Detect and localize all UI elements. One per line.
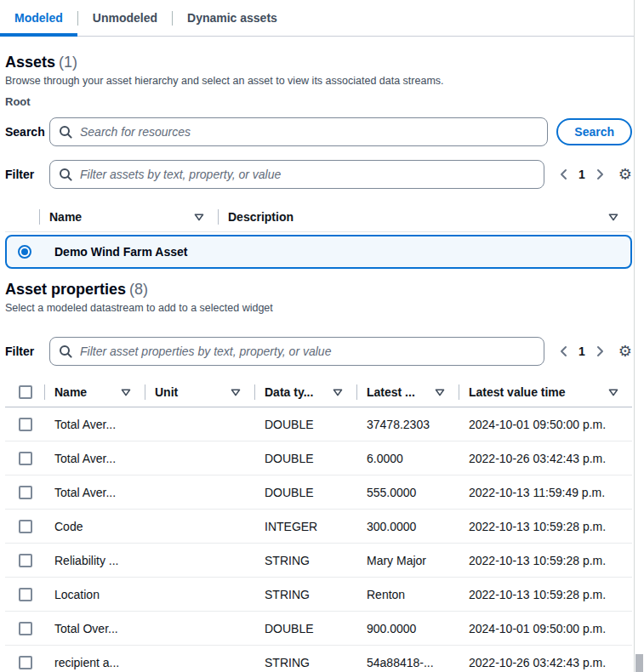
properties-preferences-button[interactable]: ⚙ xyxy=(612,343,632,360)
properties-title-text: Asset properties xyxy=(5,281,126,298)
vertical-scrollbar[interactable] xyxy=(634,0,644,672)
asset-radio-selected[interactable] xyxy=(18,245,31,259)
assets-pagination: 1 ⚙ xyxy=(555,165,632,184)
cell-data-type: STRING xyxy=(254,656,356,669)
assets-column-header-description[interactable]: Description xyxy=(218,202,632,231)
caret-down-icon xyxy=(435,389,445,396)
gear-icon: ⚙ xyxy=(618,343,632,360)
properties-count: (8) xyxy=(129,281,148,298)
column-header-name[interactable]: Name xyxy=(44,378,145,407)
column-header-latest-value-time[interactable]: Latest value time xyxy=(459,378,632,407)
row-checkbox[interactable] xyxy=(19,554,32,567)
cell-name: Total Over... xyxy=(44,622,145,635)
root-breadcrumb[interactable]: Root xyxy=(5,95,632,109)
column-header-data-type[interactable]: Data ty... xyxy=(254,378,356,407)
cell-latest-value-time: 2024-10-01 09:50:00 p.m. xyxy=(459,418,632,431)
properties-filter-row: Filter 1 ⚙ xyxy=(5,337,632,366)
main-content: Assets(1) Browse through your asset hier… xyxy=(0,52,644,672)
search-icon xyxy=(59,345,72,358)
tab-dynamic-assets-label: Dynamic assets xyxy=(187,11,277,25)
assets-count: (1) xyxy=(59,54,77,71)
caret-down-icon xyxy=(231,389,241,396)
asset-row-selected[interactable]: Demo Wind Farm Asset xyxy=(5,235,632,269)
tab-modeled[interactable]: Modeled xyxy=(0,0,77,36)
properties-filter-input-wrapper xyxy=(49,337,544,366)
assets-prev-page-button[interactable] xyxy=(555,165,572,184)
search-button[interactable]: Search xyxy=(556,118,632,145)
table-row: recipient a... STRING 54a88418-... 2022-… xyxy=(5,646,632,672)
assets-column-header-name[interactable]: Name xyxy=(39,202,218,231)
assets-page-number: 1 xyxy=(574,168,590,181)
cell-name: Total Aver... xyxy=(44,486,145,499)
tab-dynamic-assets[interactable]: Dynamic assets xyxy=(173,0,292,36)
properties-prev-page-button[interactable] xyxy=(555,342,572,361)
properties-filter-input[interactable] xyxy=(78,344,535,359)
select-all-checkbox[interactable] xyxy=(19,385,32,399)
properties-table-header: Name Unit Data ty... Latest ... Latest v… xyxy=(5,378,632,407)
properties-page-number: 1 xyxy=(574,345,590,358)
assets-filter-label: Filter xyxy=(5,168,49,181)
caret-down-icon xyxy=(194,214,204,221)
cell-latest-value-time: 2022-10-13 10:59:28 p.m. xyxy=(459,554,632,567)
row-checkbox[interactable] xyxy=(19,520,32,533)
properties-next-page-button[interactable] xyxy=(592,342,609,361)
column-header-latest-value[interactable]: Latest ... xyxy=(356,378,459,407)
cell-latest-value: 37478.2303 xyxy=(356,418,459,431)
chevron-left-icon xyxy=(559,168,567,180)
cell-data-type: DOUBLE xyxy=(254,622,356,635)
row-checkbox[interactable] xyxy=(19,622,32,635)
cell-name: Code xyxy=(44,520,145,533)
cell-name: Location xyxy=(44,588,145,601)
cell-name: recipient a... xyxy=(44,656,145,669)
cell-latest-value-time: 2024-10-01 09:50:00 p.m. xyxy=(459,622,632,635)
properties-pagination: 1 ⚙ xyxy=(555,342,632,361)
column-name-label: Name xyxy=(54,385,87,399)
assets-preferences-button[interactable]: ⚙ xyxy=(612,166,632,183)
assets-search-row: Search Search xyxy=(5,117,632,146)
caret-down-icon xyxy=(608,214,618,221)
cell-latest-value-time: 2022-10-26 03:42:43 p.m. xyxy=(459,656,632,669)
caret-down-icon xyxy=(121,389,131,396)
scrollbar-thumb[interactable] xyxy=(635,654,643,672)
cell-name: Total Aver... xyxy=(44,418,145,431)
cell-name: Total Aver... xyxy=(44,452,145,465)
asset-row-name: Demo Wind Farm Asset xyxy=(54,245,188,259)
caret-down-icon xyxy=(333,389,343,396)
row-checkbox[interactable] xyxy=(19,418,32,431)
properties-section-title: Asset properties(8) xyxy=(5,279,632,299)
column-unit-label: Unit xyxy=(155,385,178,399)
cell-data-type: DOUBLE xyxy=(254,452,356,465)
row-checkbox[interactable] xyxy=(19,588,32,601)
search-icon xyxy=(59,168,72,181)
column-header-unit[interactable]: Unit xyxy=(145,378,254,407)
row-checkbox[interactable] xyxy=(19,452,32,465)
tab-unmodeled[interactable]: Unmodeled xyxy=(78,0,172,36)
table-row: Total Aver... DOUBLE 37478.2303 2024-10-… xyxy=(5,407,632,441)
cell-latest-value-time: 2022-10-13 10:59:28 p.m. xyxy=(459,520,632,533)
table-row: Code INTEGER 300.0000 2022-10-13 10:59:2… xyxy=(5,510,632,544)
assets-next-page-button[interactable] xyxy=(592,165,609,184)
caret-down-icon xyxy=(608,389,618,396)
table-row: Total Over... DOUBLE 900.0000 2024-10-01… xyxy=(5,612,632,646)
assets-title-text: Assets xyxy=(5,54,55,71)
table-row: Location STRING Renton 2022-10-13 10:59:… xyxy=(5,578,632,612)
column-latest-value-time-label: Latest value time xyxy=(469,385,566,399)
column-data-type-label: Data ty... xyxy=(265,385,313,399)
cell-latest-value: 555.0000 xyxy=(356,486,459,499)
search-input[interactable] xyxy=(78,124,539,140)
cell-latest-value: 6.0000 xyxy=(356,452,459,465)
search-input-wrapper xyxy=(49,117,548,146)
row-checkbox[interactable] xyxy=(19,656,32,669)
cell-data-type: STRING xyxy=(254,554,356,567)
cell-latest-value: Renton xyxy=(356,588,459,601)
table-row: Reliability ... STRING Mary Major 2022-1… xyxy=(5,544,632,578)
assets-description: Browse through your asset hierarchy and … xyxy=(5,74,632,88)
assets-filter-input[interactable] xyxy=(78,167,535,182)
row-checkbox[interactable] xyxy=(19,486,32,499)
search-icon xyxy=(59,125,72,139)
cell-latest-value: 54a88418-... xyxy=(356,656,459,669)
cell-latest-value: 900.0000 xyxy=(356,622,459,635)
search-label: Search xyxy=(5,125,49,139)
assets-filter-input-wrapper xyxy=(49,160,544,189)
assets-column-name-label: Name xyxy=(49,210,82,224)
